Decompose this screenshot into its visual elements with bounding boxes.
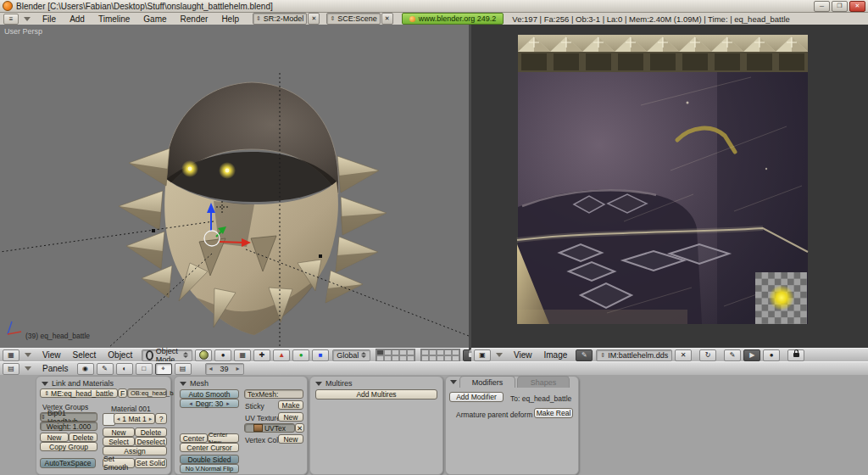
screen-dropdown[interactable]: ⇕ SR:2-Model (253, 13, 307, 25)
material-count-field[interactable]: ◂1 Mat 1▸ (114, 413, 155, 424)
vgroup-delete-button[interactable]: Delete (69, 433, 97, 442)
texture-image-canvas[interactable] (471, 25, 868, 348)
minimize-button[interactable]: ─ (814, 1, 830, 12)
uv-menu-view[interactable]: View (508, 350, 538, 360)
uv-editor-type-button[interactable]: ▣ (474, 349, 491, 361)
object-buttons-tab[interactable]: □ (136, 363, 153, 375)
orientation-dropdown[interactable]: Global (332, 349, 370, 361)
manipulator-hand-button[interactable]: ✚ (253, 349, 270, 361)
set-smooth-button[interactable]: Set Smooth (103, 458, 135, 468)
menu-timeline[interactable]: Timeline (92, 14, 136, 24)
layer-buttons-group-1[interactable] (376, 349, 415, 362)
center-cursor-button[interactable]: Center Cursor (180, 443, 239, 452)
menu-help[interactable]: Help (214, 14, 246, 24)
material-new-button[interactable]: New (103, 428, 135, 437)
scene-buttons-tab[interactable]: ▤ (175, 363, 192, 375)
panel-header-mesh[interactable]: Mesh (175, 377, 307, 388)
helmet-model[interactable] (119, 82, 387, 335)
texture-image[interactable] (517, 35, 808, 324)
panel-collapse-icon[interactable] (315, 382, 322, 386)
uv-header-collapse-icon[interactable] (496, 353, 503, 357)
uvtex-delete-button[interactable]: ✕ (295, 423, 304, 433)
script-buttons-tab[interactable]: ✎ (97, 363, 114, 375)
image-name-dropdown[interactable]: ⇕ IM:battlehelm.dds (596, 349, 672, 361)
panel-collapse-icon[interactable] (180, 382, 186, 386)
viewport-menu-view[interactable]: View (36, 350, 67, 360)
blender-menu-icon[interactable]: ≡ (3, 14, 19, 25)
add-modifier-button[interactable]: Add Modifier (449, 392, 504, 402)
panel-header-multires[interactable]: Multires (310, 377, 442, 388)
draw-type-dropdown[interactable] (195, 349, 212, 361)
menu-file[interactable]: File (36, 14, 63, 24)
set-solid-button[interactable]: Set Solid (135, 458, 167, 468)
buttons-header-collapse-icon[interactable] (25, 366, 31, 371)
weight-slider[interactable]: Weight: 1.000 (40, 422, 97, 431)
uvtex-layer-field[interactable]: UVTex (244, 423, 295, 433)
vertex-color-new-button[interactable]: New (278, 434, 303, 444)
buttons-workspace[interactable]: Link and Materials ⇕ ME:eq_head_battle F… (0, 375, 868, 475)
scene-dropdown[interactable]: ⇕ SCE:Scene (326, 13, 380, 25)
manipulator-scale-button[interactable]: ■ (312, 349, 329, 361)
fake-user-button[interactable]: F (118, 388, 127, 398)
buttons-editor-type-button[interactable]: ▤ (3, 363, 19, 375)
scene-delete-button[interactable]: ✕ (381, 13, 393, 25)
shading-buttons-tab[interactable]: ◐ (116, 363, 133, 375)
editing-buttons-tab[interactable]: ⌖ (155, 363, 172, 375)
screen-delete-button[interactable]: ✕ (308, 13, 320, 25)
manipulator-rotate-button[interactable]: ● (292, 349, 309, 361)
uv-image-editor[interactable] (471, 25, 868, 348)
frame-step-forward[interactable]: ▸ (236, 365, 240, 372)
vgroup-new-button[interactable]: New (40, 433, 69, 442)
add-multires-button[interactable]: Add Multires (315, 389, 437, 400)
no-vnormal-flip-toggle[interactable]: No V.Normal Flip (180, 464, 239, 473)
maximize-button[interactable]: ❐ (832, 1, 848, 12)
auto-smooth-toggle[interactable]: Auto Smooth (180, 389, 239, 399)
panel-header-link[interactable]: Link and Materials (36, 377, 170, 388)
material-help-button[interactable]: ? (155, 413, 167, 424)
menu-add[interactable]: Add (63, 14, 92, 24)
uv-texture-new-button[interactable]: New (278, 412, 303, 422)
record-channel-button[interactable]: ● (763, 349, 780, 361)
paint-mode-button[interactable]: ✎ (724, 349, 741, 361)
manipulator-translate-button[interactable]: ▲ (273, 349, 290, 361)
image-unlink-button[interactable]: ✕ (675, 349, 692, 361)
viewport-menu-object[interactable]: Object (102, 350, 138, 360)
play-channel-button[interactable]: ▶ (743, 349, 760, 361)
frame-number-field[interactable]: ◂ 39 ▸ (205, 363, 244, 375)
blender-version-button[interactable]: www.blender.org 249.2 (402, 13, 504, 25)
panel-collapse-icon[interactable] (42, 382, 48, 386)
image-pin-button[interactable]: ✎ (576, 349, 593, 361)
3d-scene-canvas[interactable] (0, 25, 469, 348)
snap-button[interactable]: ▦ (234, 349, 251, 361)
tab-modifiers[interactable]: Modifiers (459, 376, 515, 388)
material-delete-button[interactable]: Delete (135, 428, 167, 437)
header-collapse-icon[interactable] (25, 353, 31, 357)
layer-buttons-group-2[interactable] (420, 349, 460, 362)
center-button[interactable]: Center (180, 433, 208, 443)
deselect-button[interactable]: Deselect (135, 437, 167, 446)
select-button[interactable]: Select (103, 437, 135, 446)
uv-menu-image[interactable]: Image (538, 350, 574, 360)
close-button[interactable]: ✕ (849, 1, 865, 12)
degr-field[interactable]: ◂Degr: 30▸ (180, 399, 239, 408)
sticky-make-button[interactable]: Make (278, 400, 303, 410)
object-name-field[interactable]: OB:eq_head_battle (127, 388, 167, 398)
autotexspace-toggle[interactable]: AutoTexSpace (40, 458, 96, 468)
texmesh-input[interactable]: TexMesh: (244, 389, 303, 399)
mesh-datablock-field[interactable]: ⇕ ME:eq_head_battle (40, 388, 118, 398)
center-new-button[interactable]: Center New (208, 433, 239, 443)
editor-type-button[interactable]: ▦ (3, 349, 19, 361)
uv-lock-button[interactable] (787, 349, 804, 361)
menu-game[interactable]: Game (136, 14, 173, 24)
logic-buttons-tab[interactable]: ◉ (77, 363, 94, 375)
collapse-arrow-icon[interactable] (24, 17, 31, 21)
mode-dropdown[interactable]: Object Mode (142, 349, 192, 361)
pack-image-button[interactable]: ↻ (699, 349, 716, 361)
pivot-dropdown[interactable]: ● (214, 349, 231, 361)
panel-collapse-icon[interactable] (450, 380, 457, 384)
vertex-group-dropdown[interactable]: ⇕ Bip01 HeadNub (40, 412, 97, 422)
make-real-button[interactable]: Make Real (534, 408, 573, 418)
tab-shapes[interactable]: Shapes (517, 376, 570, 388)
menu-render[interactable]: Render (174, 14, 215, 24)
viewport-menu-select[interactable]: Select (67, 350, 103, 360)
